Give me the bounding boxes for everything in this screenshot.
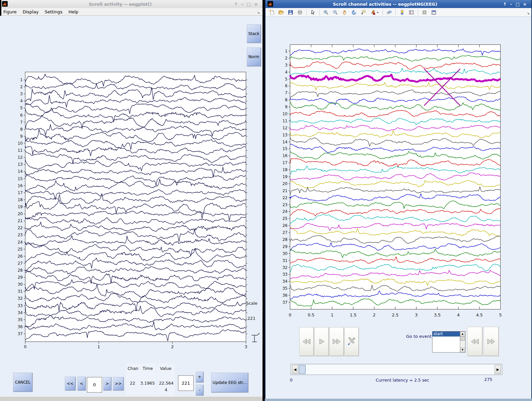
range-start-label: 0 <box>290 378 293 383</box>
settings-tools-button[interactable] <box>344 327 359 356</box>
scroll-up-icon[interactable]: ▲ <box>460 331 465 336</box>
svg-text:8: 8 <box>20 127 23 132</box>
svg-text:5: 5 <box>20 106 23 110</box>
svg-text:22: 22 <box>283 195 288 200</box>
stack-button[interactable]: Stack <box>247 24 261 43</box>
svg-text:7: 7 <box>285 91 288 95</box>
time-scrollbar[interactable]: ◀ ▶ <box>291 364 502 375</box>
scale-label: Scale <box>246 301 257 306</box>
svg-text:2: 2 <box>373 312 376 317</box>
listbox-scroll-thumb[interactable] <box>460 336 465 341</box>
norm-button[interactable]: Norm <box>247 47 261 66</box>
svg-text:27: 27 <box>283 230 288 235</box>
svg-text:0: 0 <box>24 344 27 349</box>
svg-text:0.5: 0.5 <box>308 312 315 317</box>
svg-text:12: 12 <box>283 126 288 130</box>
svg-text:16: 16 <box>18 183 23 188</box>
window-gap <box>262 0 265 401</box>
range-end-label: 275 <box>484 377 492 382</box>
svg-text:17: 17 <box>283 160 288 165</box>
svg-text:22: 22 <box>18 226 23 230</box>
tools-icon <box>347 337 356 346</box>
update-eeg-button[interactable]: Update EEG str... <box>211 373 248 392</box>
svg-text:17: 17 <box>18 190 23 195</box>
svg-text:26: 26 <box>283 223 288 228</box>
scroll-down-icon[interactable]: ▼ <box>460 348 465 352</box>
svg-text:35: 35 <box>283 286 288 291</box>
event-back-icon <box>471 338 479 345</box>
svg-text:2: 2 <box>171 344 174 349</box>
svg-text:37: 37 <box>283 300 288 305</box>
svg-text:3: 3 <box>285 63 288 68</box>
page-back-button[interactable]: << <box>65 377 75 390</box>
svg-text:11: 11 <box>283 119 288 123</box>
play-icon <box>318 338 325 345</box>
scale-minus-button[interactable]: - <box>196 385 203 395</box>
svg-text:20: 20 <box>18 212 23 216</box>
svg-text:18: 18 <box>283 167 288 172</box>
svg-text:4: 4 <box>285 70 288 75</box>
svg-text:34: 34 <box>283 279 288 284</box>
page-forward-button[interactable]: >> <box>113 377 124 390</box>
svg-text:36: 36 <box>283 293 288 298</box>
svg-text:26: 26 <box>18 254 23 259</box>
play-button[interactable] <box>314 327 329 356</box>
value-value-2: 4 <box>165 387 167 392</box>
svg-text:21: 21 <box>18 219 23 223</box>
svg-text:30: 30 <box>18 282 23 287</box>
svg-text:24: 24 <box>283 209 288 214</box>
event-back-button[interactable] <box>467 327 482 356</box>
svg-text:31: 31 <box>283 258 288 263</box>
scale-edit-input[interactable]: 221 <box>178 375 194 391</box>
svg-text:0: 0 <box>289 312 292 317</box>
event-option-start[interactable]: start <box>432 331 460 337</box>
svg-text:30: 30 <box>283 251 288 256</box>
svg-text:21: 21 <box>283 188 288 193</box>
value-value: 22.564 <box>159 381 174 386</box>
left-eeg-plot[interactable]: 1234567891011121314151617181920212223242… <box>0 0 262 396</box>
svg-text:4: 4 <box>20 99 23 103</box>
scroll-left-icon[interactable]: ◀ <box>292 365 298 374</box>
svg-text:15: 15 <box>18 176 23 181</box>
event-listbox[interactable]: start ▲ ▼ <box>432 331 466 353</box>
svg-text:10: 10 <box>18 141 23 146</box>
svg-text:1: 1 <box>98 344 100 349</box>
step-back-button[interactable]: < <box>77 377 85 390</box>
event-forward-icon <box>487 338 496 345</box>
scale-plus-button[interactable]: + <box>196 372 203 382</box>
scale-value: 221 <box>247 316 255 321</box>
svg-text:2: 2 <box>20 85 23 89</box>
svg-text:32: 32 <box>18 296 23 301</box>
svg-text:8: 8 <box>285 98 288 102</box>
svg-text:23: 23 <box>283 203 288 207</box>
step-forward-button[interactable]: > <box>103 377 111 390</box>
svg-text:32: 32 <box>283 265 288 270</box>
svg-text:14: 14 <box>18 169 23 174</box>
right-bottom-strip <box>265 399 532 401</box>
left-edge-strip <box>0 0 1 16</box>
listbox-scrollbar[interactable]: ▲ ▼ <box>460 331 465 352</box>
svg-text:15: 15 <box>283 146 288 151</box>
svg-text:35: 35 <box>18 317 23 322</box>
rewind-button[interactable] <box>299 327 314 356</box>
svg-text:14: 14 <box>283 140 288 144</box>
svg-text:19: 19 <box>18 205 23 209</box>
eegplot-window: Scroll activity -- eegplot() ↑ – □ × Fig… <box>0 0 262 396</box>
fast-forward-button[interactable] <box>329 327 344 356</box>
svg-text:36: 36 <box>18 324 23 329</box>
scroll-right-icon[interactable]: ▶ <box>495 365 501 374</box>
svg-text:33: 33 <box>283 272 288 277</box>
chan-header: Chan <box>128 366 138 371</box>
svg-text:1: 1 <box>331 312 334 317</box>
scale-ibeam-icon <box>250 332 260 343</box>
position-input[interactable]: 0 <box>87 377 102 393</box>
cancel-button[interactable]: CANCEL <box>13 373 32 392</box>
svg-text:37: 37 <box>18 331 23 336</box>
svg-text:2.5: 2.5 <box>392 312 399 317</box>
event-forward-button[interactable] <box>484 327 499 356</box>
svg-text:33: 33 <box>18 303 23 308</box>
svg-text:3.5: 3.5 <box>434 312 441 317</box>
svg-text:5: 5 <box>285 77 288 82</box>
time-value: 3.1965 <box>140 381 155 386</box>
scrollbar-thumb[interactable] <box>299 365 306 374</box>
